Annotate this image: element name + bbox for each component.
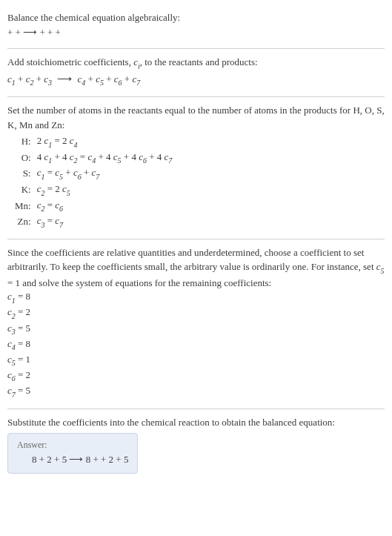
table-row: K: c2 = 2 c5 xyxy=(12,182,175,198)
coef-item: c1 = 8 xyxy=(7,290,385,305)
c5s: 5 xyxy=(381,267,385,275)
t: = xyxy=(44,199,55,211)
answer-box: Answer: 8 + 2 + 5 ⟶ 8 + + 2 + 5 xyxy=(7,433,138,474)
s: 5 xyxy=(12,359,16,367)
t: + 4 xyxy=(147,151,165,162)
element-eq: c2 = c6 xyxy=(34,198,176,214)
s: 6 xyxy=(12,374,16,383)
table-row: O: 4 c1 + 4 c2 = c4 + 4 c5 + 4 c6 + 4 c7 xyxy=(12,150,175,166)
c6s: 6 xyxy=(119,79,122,87)
element-label: S: xyxy=(12,165,34,182)
c: c xyxy=(70,151,74,162)
element-eq: 4 c1 + 4 c2 = c4 + 4 c5 + 4 c6 + 4 c7 xyxy=(34,150,176,166)
s: 2 xyxy=(41,189,44,197)
balance-reaction: + + ⟶ + + + xyxy=(7,25,385,40)
s: 5 xyxy=(59,173,63,181)
coef-item: c4 = 8 xyxy=(7,337,385,353)
s: 2 xyxy=(12,312,16,320)
plus: + xyxy=(88,73,96,85)
plus: + xyxy=(124,73,133,85)
c: c xyxy=(7,322,12,334)
c: c xyxy=(7,291,12,302)
element-eq: c1 = c5 + c6 + c7 xyxy=(34,165,176,182)
coef-item: c7 = 5 xyxy=(7,384,385,400)
divider xyxy=(7,48,385,49)
c2s: 2 xyxy=(30,79,33,87)
s: 3 xyxy=(12,328,16,336)
table-row: Zn: c3 = c7 xyxy=(12,214,175,230)
c6: c xyxy=(114,73,119,85)
element-eq: c3 = c7 xyxy=(34,214,176,230)
c: c xyxy=(73,167,78,178)
atoms-table: H: 2 c1 = 2 c4 O: 4 c1 + 4 c2 = c4 + 4 c… xyxy=(12,133,175,230)
c: c xyxy=(113,151,118,162)
section-solve: Since the coefficients are relative quan… xyxy=(7,241,385,407)
c4s: 4 xyxy=(82,79,85,87)
divider xyxy=(7,408,385,409)
table-row: S: c1 = c5 + c6 + c7 xyxy=(12,165,175,182)
eq: = 1 xyxy=(16,354,30,365)
c: c xyxy=(7,369,12,380)
eq: = 8 xyxy=(16,291,30,302)
s: 4 xyxy=(92,156,96,165)
stoich-equation: c1 + c2 + c3 ⟶ c4 + c5 + c6 + c7 xyxy=(7,71,385,88)
element-label: K: xyxy=(12,182,34,198)
t: + xyxy=(63,167,73,178)
arrow-icon: ⟶ xyxy=(54,73,75,85)
t: 2 xyxy=(37,135,44,146)
s: 2 xyxy=(41,205,44,213)
s: 7 xyxy=(59,221,63,229)
balance-title: Balance the chemical equation algebraica… xyxy=(7,10,385,25)
t: = xyxy=(44,167,55,178)
t: = xyxy=(44,215,55,226)
section-answer: Substitute the coefficients into the che… xyxy=(7,411,385,481)
stoich-title-b: , to the reactants and products: xyxy=(140,56,258,67)
c5s: 5 xyxy=(100,79,104,87)
s: 1 xyxy=(12,297,16,305)
stoich-title: Add stoichiometric coefficients, ci, to … xyxy=(7,55,385,71)
coef-item: c2 = 2 xyxy=(7,305,385,321)
element-label: Mn: xyxy=(12,198,34,214)
section-balance: Balance the chemical equation algebraica… xyxy=(7,6,385,47)
c: c xyxy=(70,135,74,146)
plus: + xyxy=(106,73,114,85)
stoich-title-a: Add stoichiometric coefficients, xyxy=(7,56,133,67)
divider xyxy=(7,239,385,239)
para-b: = 1 and solve the system of equations fo… xyxy=(7,277,271,288)
c: c xyxy=(7,306,12,317)
eq: = 5 xyxy=(16,385,30,396)
t: = xyxy=(78,151,88,162)
t: + 4 xyxy=(122,151,139,162)
t: + 4 xyxy=(52,151,70,162)
s: 1 xyxy=(48,156,52,165)
t: + xyxy=(82,167,92,178)
c5: c xyxy=(376,261,381,272)
c1s: 1 xyxy=(12,79,16,87)
eq: = 5 xyxy=(16,322,30,334)
coef-item: c3 = 5 xyxy=(7,322,385,337)
c: c xyxy=(7,338,12,349)
c: c xyxy=(7,385,12,396)
ci-i: i xyxy=(138,62,140,70)
element-label: H: xyxy=(12,133,34,150)
section-atoms: Set the number of atoms in the reactants… xyxy=(7,99,385,237)
plus: + xyxy=(36,73,44,85)
para-a: Since the coefficients are relative quan… xyxy=(7,247,376,273)
s: 6 xyxy=(78,173,82,181)
coef-item: c5 = 1 xyxy=(7,353,385,368)
answer-equation: 8 + 2 + 5 ⟶ 8 + + 2 + 5 xyxy=(17,454,128,466)
table-row: Mn: c2 = c6 xyxy=(12,198,175,214)
c7s: 7 xyxy=(136,79,140,87)
s: 7 xyxy=(12,391,16,399)
eq: = 8 xyxy=(16,338,30,349)
s: 5 xyxy=(67,189,70,197)
s: 4 xyxy=(74,141,78,149)
eq: = 2 xyxy=(16,369,30,380)
answer-title: Substitute the coefficients into the che… xyxy=(7,415,385,430)
s: 7 xyxy=(96,173,99,181)
t: = 2 xyxy=(44,183,62,194)
s: 3 xyxy=(41,221,44,229)
element-eq: c2 = 2 c5 xyxy=(34,182,176,198)
coef-list: c1 = 8 c2 = 2 c3 = 5 c4 = 8 c5 = 1 c6 = … xyxy=(7,290,385,400)
section-stoich: Add stoichiometric coefficients, ci, to … xyxy=(7,50,385,95)
